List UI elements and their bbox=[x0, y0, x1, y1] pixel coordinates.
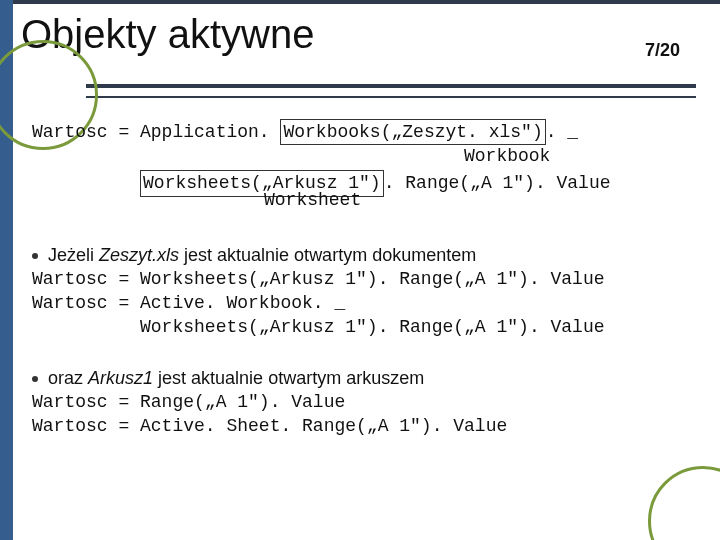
code-s2-l2: Wartosc = Active. Sheet. Range(„A 1"). V… bbox=[32, 414, 692, 438]
bullet-icon bbox=[32, 376, 38, 382]
bullet-2: oraz Arkusz1 jest aktualnie otwartym ark… bbox=[32, 366, 692, 390]
code-line-1: Wartosc = Application. Workbooks(„Zeszyt… bbox=[32, 120, 692, 145]
bullet-text-italic: Arkusz1 bbox=[88, 368, 153, 388]
title-rule-bot bbox=[86, 96, 696, 98]
page-number: 7/20 bbox=[645, 40, 680, 61]
code-frag bbox=[32, 173, 140, 193]
bullet-text-a: oraz bbox=[48, 368, 88, 388]
code-frag: Wartosc = Application. bbox=[32, 122, 280, 142]
code-s1-l2: Wartosc = Active. Workbook. _ bbox=[32, 291, 692, 315]
section-1: Jeżeli Zeszyt.xls jest aktualnie otwarty… bbox=[32, 243, 692, 340]
title-bar: Objekty aktywne 7/20 bbox=[13, 0, 720, 90]
code-s2-l1: Wartosc = Range(„A 1"). Value bbox=[32, 390, 692, 414]
code-frag: . Range(„A 1"). Value bbox=[384, 173, 611, 193]
bullet-icon bbox=[32, 253, 38, 259]
label-workbook: Workbook bbox=[464, 144, 550, 168]
bullet-1: Jeżeli Zeszyt.xls jest aktualnie otwarty… bbox=[32, 243, 692, 267]
label-worksheet: Worksheet bbox=[264, 188, 361, 212]
bullet-text-b: jest aktualnie otwartym arkuszem bbox=[153, 368, 424, 388]
box-workbooks: Workbooks(„Zeszyt. xls") bbox=[280, 119, 545, 145]
title-rule-top bbox=[86, 84, 696, 88]
bullet-text-italic: Zeszyt.xls bbox=[99, 245, 179, 265]
code-s1-l3: Worksheets(„Arkusz 1"). Range(„A 1"). Va… bbox=[32, 315, 692, 339]
code-block-main: Wartosc = Application. Workbooks(„Zeszyt… bbox=[32, 120, 692, 197]
content: Wartosc = Application. Workbooks(„Zeszyt… bbox=[32, 120, 692, 439]
bullet-text-a: Jeżeli bbox=[48, 245, 99, 265]
section-2: oraz Arkusz1 jest aktualnie otwartym ark… bbox=[32, 366, 692, 439]
code-frag: . _ bbox=[546, 122, 578, 142]
code-s1-l1: Wartosc = Worksheets(„Arkusz 1"). Range(… bbox=[32, 267, 692, 291]
decor-circle-bottom-right bbox=[648, 466, 720, 540]
slide: Objekty aktywne 7/20 Wartosc = Applicati… bbox=[0, 0, 720, 540]
bullet-text-b: jest aktualnie otwartym dokumentem bbox=[179, 245, 476, 265]
code-line-2: Worksheets(„Arkusz 1"). Range(„A 1"). Va… bbox=[32, 171, 692, 196]
